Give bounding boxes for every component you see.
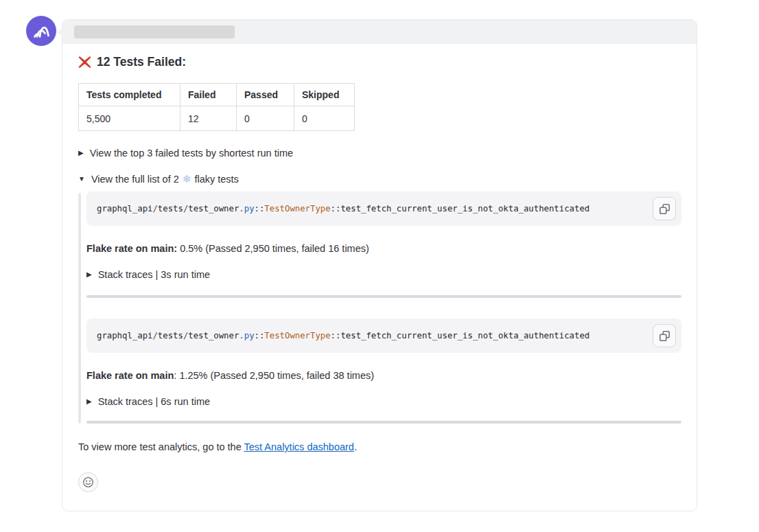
add-reaction-button[interactable] bbox=[78, 472, 98, 492]
disclosure-stack-traces[interactable]: ▶ Stack traces | 6s run time bbox=[86, 396, 681, 407]
table-column-header: Failed bbox=[180, 84, 237, 106]
stack-traces-label: Stack traces | 3s run time bbox=[98, 269, 210, 280]
test-path-codeblock: graphql_api/tests/test_owner.py::TestOwn… bbox=[86, 192, 681, 226]
chevron-right-icon: ▶ bbox=[86, 398, 92, 405]
disclosure-stack-traces[interactable]: ▶ Stack traces | 3s run time bbox=[86, 269, 681, 280]
indent-bar bbox=[78, 193, 81, 424]
table-cell: 0 bbox=[237, 106, 294, 131]
test-summary-table: Tests completedFailedPassedSkipped5,5001… bbox=[78, 83, 355, 131]
test-path: graphql_api/tests/test_owner.py::TestOwn… bbox=[97, 204, 646, 213]
footer-text: To view more test analytics, go to the T… bbox=[78, 441, 681, 452]
disclosure-flaky-tests[interactable]: ▼ View the full list of 2 ❄ flaky tests bbox=[78, 173, 681, 185]
copy-button[interactable] bbox=[653, 324, 676, 347]
flake-rate-line: Flake rate on main: 0.5% (Passed 2,950 t… bbox=[86, 242, 681, 255]
table-cell: 0 bbox=[294, 106, 355, 131]
test-path-codeblock: graphql_api/tests/test_owner.py::TestOwn… bbox=[86, 319, 681, 353]
flake-rate-label: Flake rate on main: bbox=[86, 243, 177, 254]
divider bbox=[86, 295, 681, 298]
chevron-right-icon: ▶ bbox=[86, 271, 92, 278]
disclosure-failed-tests[interactable]: ▶ View the top 3 failed tests by shortes… bbox=[78, 148, 681, 159]
test-path: graphql_api/tests/test_owner.py::TestOwn… bbox=[97, 331, 646, 340]
copy-icon bbox=[659, 330, 670, 342]
table-row: 5,5001200 bbox=[79, 106, 355, 131]
flaky-tests-section: graphql_api/tests/test_owner.py::TestOwn… bbox=[78, 192, 681, 424]
flake-rate-line: Flake rate on main: 1.25% (Passed 2,950 … bbox=[86, 369, 681, 382]
table-cell: 5,500 bbox=[79, 106, 180, 131]
snowflake-icon: ❄ bbox=[183, 173, 191, 185]
table-cell: 12 bbox=[180, 106, 237, 131]
x-failed-icon bbox=[78, 56, 91, 69]
flake-rate-label: Flake rate on main bbox=[86, 370, 174, 381]
divider bbox=[86, 421, 681, 424]
footer-text-before: To view more test analytics, go to the bbox=[78, 441, 244, 452]
table-column-header: Passed bbox=[237, 84, 294, 106]
table-column-header: Tests completed bbox=[79, 84, 180, 106]
redacted-author-bar bbox=[74, 25, 235, 38]
disclosure-failed-tests-label: View the top 3 failed tests by shortest … bbox=[90, 148, 293, 159]
comment-header bbox=[62, 20, 697, 44]
page-title: 12 Tests Failed: bbox=[97, 55, 186, 69]
copy-button[interactable] bbox=[653, 197, 676, 220]
disclosure-flaky-tests-label-suffix: flaky tests bbox=[194, 174, 238, 185]
tests-failed-heading: 12 Tests Failed: bbox=[78, 55, 681, 69]
comment-card: 12 Tests Failed: Tests completedFailedPa… bbox=[62, 19, 697, 511]
comment-body: 12 Tests Failed: Tests completedFailedPa… bbox=[62, 44, 697, 507]
footer-text-after: . bbox=[354, 441, 357, 452]
waves-logo-icon bbox=[30, 19, 53, 43]
chevron-right-icon: ▶ bbox=[78, 150, 84, 157]
chevron-down-icon: ▼ bbox=[78, 176, 85, 183]
flake-rate-value: : 1.25% (Passed 2,950 times, failed 38 t… bbox=[174, 370, 374, 381]
disclosure-flaky-tests-label-prefix: View the full list of 2 bbox=[91, 174, 179, 185]
table-column-header: Skipped bbox=[294, 84, 355, 106]
speech-bubble-tail bbox=[57, 27, 63, 37]
copy-icon bbox=[659, 203, 670, 215]
page: 12 Tests Failed: Tests completedFailedPa… bbox=[0, 0, 759, 532]
smiley-icon bbox=[82, 476, 94, 488]
avatar bbox=[26, 16, 56, 46]
stack-traces-label: Stack traces | 6s run time bbox=[98, 396, 210, 407]
flake-rate-value: 0.5% (Passed 2,950 times, failed 16 time… bbox=[177, 243, 369, 254]
test-analytics-dashboard-link[interactable]: Test Analytics dashboard bbox=[244, 441, 354, 452]
